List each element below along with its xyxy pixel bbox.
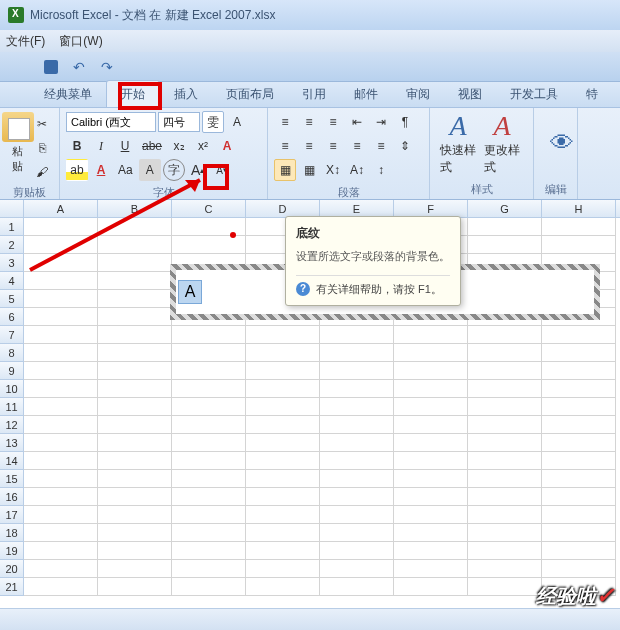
cell[interactable] xyxy=(172,326,246,344)
cell[interactable] xyxy=(24,344,98,362)
phonetic-guide-button[interactable]: 雯 xyxy=(202,111,224,133)
cell[interactable] xyxy=(98,524,172,542)
cell[interactable] xyxy=(542,380,616,398)
cell[interactable] xyxy=(320,380,394,398)
change-styles-button[interactable]: A 更改样式 xyxy=(480,111,524,175)
sheet-tab-strip[interactable] xyxy=(0,608,620,630)
row-header[interactable]: 18 xyxy=(0,524,24,542)
row-header[interactable]: 8 xyxy=(0,344,24,362)
cell[interactable] xyxy=(172,470,246,488)
cell[interactable] xyxy=(394,506,468,524)
cell[interactable] xyxy=(394,488,468,506)
cell[interactable] xyxy=(24,452,98,470)
borders-button[interactable]: ▦ xyxy=(298,159,320,181)
cell[interactable] xyxy=(394,524,468,542)
cell[interactable] xyxy=(172,488,246,506)
cell[interactable] xyxy=(320,524,394,542)
menu-window[interactable]: 窗口(W) xyxy=(59,33,102,50)
cell[interactable] xyxy=(468,398,542,416)
cell[interactable] xyxy=(542,326,616,344)
row-header[interactable]: 7 xyxy=(0,326,24,344)
cell[interactable] xyxy=(542,542,616,560)
cell[interactable] xyxy=(172,344,246,362)
cell[interactable] xyxy=(246,470,320,488)
cell[interactable] xyxy=(246,398,320,416)
cell[interactable] xyxy=(542,452,616,470)
save-button[interactable] xyxy=(40,56,62,78)
row-header[interactable]: 2 xyxy=(0,236,24,254)
cell[interactable] xyxy=(172,506,246,524)
cell[interactable] xyxy=(320,542,394,560)
cell[interactable] xyxy=(24,272,98,290)
cell[interactable] xyxy=(98,560,172,578)
grow-font-button[interactable]: A▴ xyxy=(187,159,209,181)
cell[interactable] xyxy=(394,470,468,488)
cell[interactable] xyxy=(98,506,172,524)
cell[interactable] xyxy=(98,254,172,272)
cell[interactable] xyxy=(542,398,616,416)
cell[interactable] xyxy=(246,434,320,452)
cell[interactable] xyxy=(320,398,394,416)
format-painter-button[interactable]: 🖌 xyxy=(31,161,53,183)
cell[interactable] xyxy=(246,578,320,596)
cell[interactable] xyxy=(394,344,468,362)
col-header[interactable]: H xyxy=(542,200,616,217)
cell[interactable] xyxy=(98,272,172,290)
cell[interactable] xyxy=(98,362,172,380)
copy-button[interactable]: ⎘ xyxy=(31,137,53,159)
cell[interactable] xyxy=(98,434,172,452)
cell[interactable] xyxy=(24,488,98,506)
cell[interactable] xyxy=(98,380,172,398)
font-size-dropdown[interactable]: 四号 xyxy=(158,112,200,132)
cell[interactable] xyxy=(246,362,320,380)
cell[interactable] xyxy=(98,416,172,434)
row-header[interactable]: 4 xyxy=(0,272,24,290)
row-header[interactable]: 19 xyxy=(0,542,24,560)
cell[interactable] xyxy=(468,218,542,236)
row-header[interactable]: 9 xyxy=(0,362,24,380)
cell[interactable] xyxy=(98,236,172,254)
shading-button[interactable]: ▦ xyxy=(274,159,296,181)
cell[interactable] xyxy=(394,578,468,596)
cell[interactable] xyxy=(394,416,468,434)
cell[interactable] xyxy=(468,452,542,470)
embedded-text-cell[interactable]: A xyxy=(178,280,202,304)
cell[interactable] xyxy=(172,542,246,560)
cell[interactable] xyxy=(172,380,246,398)
para-extra-button[interactable]: ↕ xyxy=(370,159,392,181)
cell[interactable] xyxy=(172,452,246,470)
tab-insert[interactable]: 插入 xyxy=(160,81,212,107)
cell[interactable] xyxy=(246,416,320,434)
cell[interactable] xyxy=(246,452,320,470)
menu-file[interactable]: 文件(F) xyxy=(6,33,45,50)
cell[interactable] xyxy=(542,218,616,236)
strikethrough-button[interactable]: abe xyxy=(138,135,166,157)
decrease-indent-button[interactable]: ⇤ xyxy=(346,111,368,133)
cell[interactable] xyxy=(24,290,98,308)
cell[interactable] xyxy=(542,416,616,434)
line-spacing-button[interactable]: ⇕ xyxy=(394,135,416,157)
sort-button[interactable]: X↕ xyxy=(322,159,344,181)
redo-button[interactable]: ↷ xyxy=(96,56,118,78)
align-left-button[interactable]: ≡ xyxy=(274,135,296,157)
cell[interactable] xyxy=(172,524,246,542)
cell[interactable] xyxy=(24,416,98,434)
cut-button[interactable]: ✂ xyxy=(31,113,53,135)
cell[interactable] xyxy=(468,470,542,488)
row-header[interactable]: 13 xyxy=(0,434,24,452)
cell[interactable] xyxy=(320,326,394,344)
numbering-button[interactable]: ≡ xyxy=(298,111,320,133)
col-header[interactable]: D xyxy=(246,200,320,217)
show-marks-button[interactable]: A↕ xyxy=(346,159,368,181)
highlight-button[interactable]: ab xyxy=(66,159,88,181)
find-button[interactable]: 👁 xyxy=(540,111,584,175)
cell[interactable] xyxy=(468,542,542,560)
col-header[interactable]: F xyxy=(394,200,468,217)
cell[interactable] xyxy=(320,452,394,470)
cell[interactable] xyxy=(542,506,616,524)
cell[interactable] xyxy=(24,470,98,488)
font-name-dropdown[interactable]: Calibri (西文 xyxy=(66,112,156,132)
select-all-corner[interactable] xyxy=(0,200,24,217)
cell[interactable] xyxy=(24,380,98,398)
undo-button[interactable]: ↶ xyxy=(68,56,90,78)
